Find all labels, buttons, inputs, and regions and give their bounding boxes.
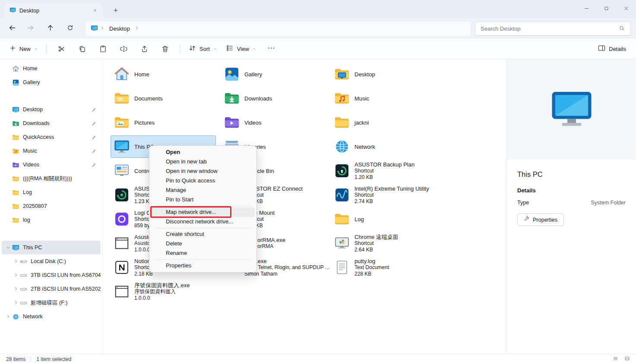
close-button[interactable] [616, 0, 636, 18]
file-item-music[interactable]: Music [331, 87, 436, 110]
minimize-button[interactable] [576, 0, 596, 18]
folder-music-icon [12, 147, 19, 155]
file-item-label: Home [134, 71, 149, 78]
file-item-log[interactable]: Log [331, 208, 436, 230]
expand-chevron[interactable] [12, 259, 20, 264]
file-item-exe[interactable]: 序號保固資料匯入.exe序號保固資料匯入1.0.0.0 [111, 280, 216, 303]
file-item-intel-r-extreme-tuning-utility[interactable]: Intel(R) Extreme Tuning UtilityShortcut2… [331, 184, 436, 206]
back-button[interactable] [4, 22, 20, 35]
menu-item-pin-to-quick-access[interactable]: Pin to Quick access [151, 176, 255, 185]
expand-chevron[interactable] [4, 245, 12, 250]
sidebar-item-gallery[interactable]: Gallery [2, 75, 101, 89]
search-input[interactable] [481, 25, 619, 32]
search-icon-wrap[interactable] [619, 25, 625, 33]
sidebar-item-2tb-iscsi-lun-from-as5202t-e[interactable]: 2TB iSCSI LUN from AS5202T (E:) [2, 282, 101, 296]
folder-icon [12, 189, 19, 196]
menu-item-manage[interactable]: Manage [151, 185, 255, 195]
file-item-chrome[interactable]: Chrome 遠端桌面Shortcut2.64 KB [331, 232, 436, 254]
breadcrumb[interactable]: Desktop [85, 22, 471, 36]
file-item-gallery[interactable]: Gallery [221, 63, 326, 85]
status-bar: 28 items 1 item selected [0, 354, 636, 364]
cut-button[interactable] [51, 41, 72, 56]
sidebar-item-music[interactable]: Music [2, 144, 101, 158]
refresh-icon-wrap [66, 24, 74, 33]
house-icon [12, 65, 19, 72]
share-button[interactable] [134, 41, 155, 56]
file-item-asustor-backup-plan[interactable]: ASUSTOR Backup PlanShortcut1.20 KB [331, 160, 436, 182]
menu-item-open-in-new-tab[interactable]: Open in new tab [151, 157, 255, 166]
sidebar-item-20250807[interactable]: 20250807 [2, 199, 101, 213]
rename-button[interactable] [113, 41, 134, 56]
sort-button[interactable]: Sort [184, 41, 221, 56]
sidebar-item-this-pc[interactable]: This PC [2, 241, 101, 254]
menu-item-rename[interactable]: Rename [151, 248, 255, 258]
sidebar-item-quickaccess[interactable]: QuickAccess [2, 130, 101, 144]
new-tab-button[interactable] [111, 6, 121, 16]
sidebar-item-desktop[interactable]: Desktop [2, 103, 101, 116]
refresh-button[interactable] [62, 22, 78, 35]
sidebar-item-rma[interactable]: ((((RMA 相關規則)))) [2, 172, 101, 185]
menu-item-disconnect-network-drive[interactable]: Disconnect network drive... [151, 217, 255, 226]
expand-chevron[interactable] [4, 314, 12, 319]
sidebar-item-home[interactable]: Home [2, 62, 101, 75]
file-item-label: Pictures [134, 119, 155, 126]
expand-chevron[interactable] [12, 273, 20, 278]
menu-item-create-shortcut[interactable]: Create shortcut [151, 229, 255, 239]
sidebar-item-network[interactable]: Network [2, 310, 101, 323]
breadcrumb-chevron[interactable] [100, 25, 105, 32]
file-item-jackni[interactable]: jackni [331, 111, 436, 134]
app-window-icon [114, 235, 130, 251]
menu-item-delete[interactable]: Delete [151, 239, 255, 248]
file-item-home[interactable]: Home [111, 63, 216, 85]
up-arrow-icon [46, 24, 54, 32]
paste-button[interactable] [92, 41, 113, 56]
sidebar-item-log[interactable]: Log [2, 185, 101, 199]
menu-item-map-network-drive[interactable]: Map network drive... [151, 207, 255, 217]
sidebar-item-downloads[interactable]: Downloads [2, 116, 101, 130]
copy-button[interactable] [72, 41, 92, 56]
details-pane: This PC Details Type System Folder Prope… [506, 59, 636, 354]
sidebar-item-f[interactable]: 新增磁碟區 (F:) [2, 296, 101, 310]
menu-item-pin-to-start[interactable]: Pin to Start [151, 195, 255, 204]
chevron-down-icon-wrap [252, 46, 256, 52]
new-button[interactable]: New [5, 41, 42, 56]
file-item-pictures[interactable]: Pictures [111, 111, 216, 134]
menu-item-properties[interactable]: Properties [151, 261, 255, 270]
view-button[interactable]: View [222, 41, 260, 56]
menu-item-open-in-new-window[interactable]: Open in new window [151, 166, 255, 176]
tab-close-button[interactable] [91, 6, 99, 15]
breadcrumb-chevron[interactable] [134, 25, 139, 32]
details-toggle-button[interactable]: Details [594, 41, 630, 56]
thumbnail-view-toggle-button[interactable] [624, 356, 630, 363]
properties-button[interactable]: Properties [517, 213, 564, 226]
file-item-network[interactable]: Network [331, 135, 436, 158]
sort-icon-wrap [188, 44, 196, 53]
preview-area [507, 59, 636, 160]
sidebar-item-log[interactable]: log [2, 213, 101, 227]
maximize-button[interactable] [596, 0, 616, 18]
file-item-putty-log[interactable]: putty.logText Document228 KB [331, 256, 436, 279]
search-icon [619, 25, 625, 31]
search-box[interactable] [475, 22, 631, 36]
tab-desktop[interactable]: Desktop [4, 3, 103, 18]
sidebar-item-videos[interactable]: Videos [2, 158, 101, 172]
type-value: System Folder [591, 200, 626, 206]
sidebar-item-label: ((((RMA 相關規則)))) [23, 175, 72, 182]
wrench-icon [524, 216, 530, 222]
up-button[interactable] [42, 22, 58, 35]
file-item-downloads[interactable]: Downloads [221, 87, 326, 110]
sidebar-item-3tb-iscsi-lun-from-as6704t-d[interactable]: 3TB iSCSI LUN from AS6704T (D:) [2, 268, 101, 282]
breadcrumb-item-desktop[interactable]: Desktop [107, 25, 133, 32]
sidebar-item-local-disk-c[interactable]: Local Disk (C:) [2, 254, 101, 268]
menu-item-open[interactable]: Open [151, 147, 255, 157]
list-view-toggle-button[interactable] [613, 356, 618, 363]
expand-chevron[interactable] [12, 300, 20, 305]
sidebar-item-label: Home [23, 66, 37, 72]
file-item-videos[interactable]: Videos [221, 111, 326, 134]
file-item-documents[interactable]: Documents [111, 87, 216, 110]
forward-button[interactable] [22, 22, 38, 35]
file-item-desktop[interactable]: Desktop [331, 63, 436, 85]
expand-chevron[interactable] [12, 286, 20, 292]
more-options-button[interactable] [261, 41, 282, 56]
delete-button[interactable] [155, 41, 175, 56]
